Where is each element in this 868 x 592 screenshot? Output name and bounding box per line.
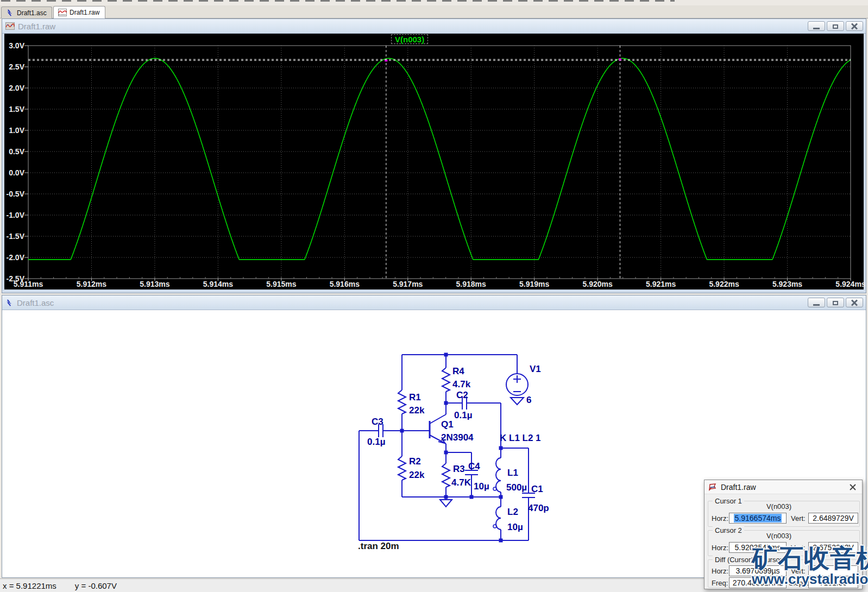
window-title: Draft1.asc [17, 298, 54, 307]
schematic-window-icon [5, 299, 14, 307]
value-r3: 4.7K [451, 477, 471, 488]
minimize-button[interactable] [808, 21, 825, 31]
minimize-button[interactable] [808, 298, 825, 307]
y-tick-label: 1.5V [9, 105, 24, 114]
waveform-doc-icon [58, 9, 67, 16]
value-r4: 4.7k [452, 379, 471, 389]
x-tick-label: 5.919ms [519, 280, 549, 288]
y-tick-label: -2.5V [7, 274, 24, 283]
waveform-window: Draft1.raw V(n003) 5.911ms5.912ms5.913ms… [2, 18, 866, 293]
grid-lines [28, 46, 851, 279]
waveform-window-icon [5, 22, 15, 30]
label-c4: C4 [468, 461, 480, 471]
y-tick-label: -2.0V [7, 253, 24, 262]
x-tick-label: 5.924ms [835, 280, 865, 288]
ltspice-flag-icon [708, 483, 717, 492]
coupling-statement: K L1 L2 1 [500, 433, 541, 443]
cursor1-signal: V(n003) [725, 502, 833, 511]
waveform-trace-vn003 [28, 58, 851, 260]
waveform-plot-svg[interactable] [4, 34, 864, 289]
site-watermark: 矿石收音机 www.crystalradio.cn [752, 545, 868, 586]
diff-horz-label: Horz: [712, 567, 728, 575]
value-c3: 0.1µ [367, 437, 385, 447]
label-r2: R2 [409, 456, 421, 467]
x-tick-label: 5.920ms [583, 280, 613, 288]
x-tick-label: 5.918ms [456, 280, 486, 288]
value-l1: 500µ [506, 482, 527, 493]
waveform-plot-area[interactable]: V(n003) 5.911ms5.912ms5.913ms5.914ms5.91… [4, 34, 864, 289]
close-button[interactable] [846, 21, 863, 31]
x-tick-label: 5.916ms [330, 280, 360, 288]
y-tick-label: 3.0V [9, 41, 24, 50]
tab-draft1-asc[interactable]: Draft1.asc [1, 7, 52, 18]
freq-label: Freq: [712, 579, 728, 587]
y-tick-label: 0.0V [9, 168, 24, 177]
label-r4: R4 [452, 366, 464, 376]
label-c1: C1 [531, 484, 543, 494]
restore-button[interactable] [827, 298, 844, 307]
toolbar-strip [0, 0, 868, 5]
value-r2: 22k [409, 470, 425, 480]
cursor1-group: Cursor 1 V(n003) Horz: 5.9166574ms Vert:… [708, 501, 860, 527]
close-button[interactable] [846, 298, 863, 307]
document-tabbar: Draft1.asc Draft1.raw [0, 5, 868, 18]
toolbar-buttons-edge [1, 0, 675, 2]
cursor-trace-marker [619, 58, 621, 60]
label-r1: R1 [409, 392, 421, 402]
value-v1: 6 [526, 395, 531, 405]
label-v1: V1 [530, 364, 541, 374]
dialog-title: Draft1.raw [721, 483, 756, 492]
label-c2: C2 [456, 390, 468, 400]
status-x-readout: x = 5.91221ms [3, 581, 56, 590]
trace-legend[interactable]: V(n003) [391, 34, 428, 44]
value-c1: 470p [528, 503, 549, 513]
label-c3: C3 [372, 417, 383, 427]
y-tick-label: 2.0V [9, 84, 24, 92]
x-tick-label: 5.915ms [266, 280, 296, 288]
y-tick-label: -1.0V [7, 211, 24, 219]
label-l1: L1 [507, 468, 518, 478]
window-title: Draft1.raw [18, 22, 55, 31]
label-r3: R3 [453, 464, 465, 474]
y-tick-label: -1.5V [7, 232, 24, 241]
ltspice-app: Draft1.asc Draft1.raw Draft1.raw [0, 0, 868, 592]
label-q1: Q1 [441, 419, 454, 430]
cursor-crosshairs[interactable] [28, 46, 851, 279]
cursor2-horz-label: Horz: [712, 544, 728, 552]
x-tick-label: 5.917ms [393, 280, 423, 288]
x-tick-label: 5.914ms [203, 280, 233, 288]
value-l2: 10µ [507, 522, 523, 532]
status-y-readout: y = -0.607V [75, 581, 117, 590]
y-tick-label: 0.5V [9, 147, 24, 156]
x-tick-label: 5.923ms [772, 280, 802, 288]
dialog-close-button[interactable] [846, 482, 860, 493]
dialog-titlebar[interactable]: Draft1.raw [705, 480, 862, 494]
waveform-titlebar[interactable]: Draft1.raw [2, 19, 866, 34]
watermark-url: www.crystalradio.cn [752, 572, 868, 586]
x-tick-label: 5.921ms [646, 280, 676, 288]
cursor1-horz-field[interactable]: 5.9166574ms [729, 513, 787, 524]
x-tick-label: 5.913ms [140, 280, 169, 288]
x-tick-label: 5.922ms [709, 280, 739, 288]
label-l2: L2 [507, 507, 518, 517]
plot-border [28, 46, 851, 279]
tab-draft1-raw[interactable]: Draft1.raw [53, 6, 105, 18]
cursor1-vert-label: Vert: [791, 514, 806, 522]
wire-junctions [400, 353, 503, 543]
value-r1: 22k [409, 405, 425, 415]
spice-directive: .tran 20m [358, 541, 399, 551]
schematic-titlebar[interactable]: Draft1.asc [2, 295, 866, 310]
x-tick-label: 5.912ms [77, 280, 106, 288]
restore-button[interactable] [827, 21, 844, 31]
cursor1-vert-field[interactable]: 2.6489729V [808, 513, 858, 524]
y-tick-label: 1.0V [9, 126, 24, 135]
cursor2-signal: V(n003) [725, 532, 833, 540]
axis-ticks [24, 46, 851, 281]
watermark-text-cn: 矿石收音机 [752, 545, 868, 571]
y-tick-label: 2.5V [9, 62, 24, 71]
tab-label: Draft1.asc [17, 9, 47, 17]
tab-label: Draft1.raw [70, 9, 99, 16]
cursor1-horz-label: Horz: [712, 514, 728, 522]
value-c4: 10µ [474, 481, 489, 492]
cursor-trace-marker [385, 59, 387, 61]
